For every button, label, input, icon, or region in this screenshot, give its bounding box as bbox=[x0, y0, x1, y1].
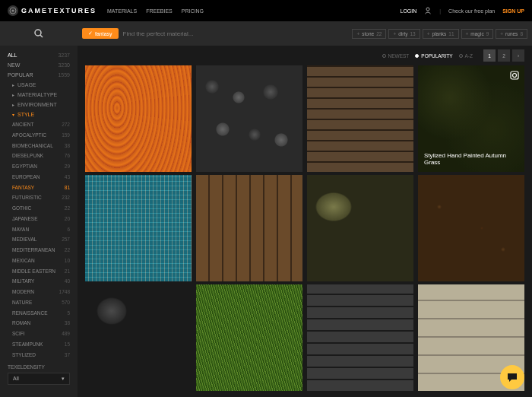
page-next[interactable]: › bbox=[512, 49, 524, 62]
style-egyptian[interactable]: EGYPTIAN29 bbox=[0, 161, 78, 172]
style-mexican[interactable]: MEXICAN10 bbox=[0, 256, 78, 266]
sidebar-new[interactable]: NEW3230 bbox=[0, 60, 78, 70]
svg-point-3 bbox=[35, 30, 41, 36]
nav-freebies[interactable]: FREEBIES bbox=[146, 8, 173, 14]
texeldensity-select[interactable]: All▾ bbox=[8, 373, 70, 385]
sidebar: ALL3237 NEW3230 POPULAR1559 ▸USAGE ▸MATE… bbox=[0, 21, 78, 397]
chevron-right-icon: ▸ bbox=[12, 82, 14, 87]
sort-az[interactable]: A-Z bbox=[459, 53, 473, 59]
texture-tile[interactable] bbox=[196, 284, 302, 391]
style-fantasy[interactable]: FANTASY81 bbox=[0, 183, 78, 193]
sidebar-search[interactable] bbox=[0, 21, 78, 46]
tile-title: Stylized Hand Painted Autumn Grass bbox=[424, 152, 518, 166]
svg-rect-5 bbox=[511, 71, 518, 79]
texture-tile[interactable] bbox=[307, 65, 413, 172]
style-medieval[interactable]: MEDIEVAL257 bbox=[0, 234, 78, 245]
chat-button[interactable] bbox=[500, 365, 524, 389]
logo-icon bbox=[8, 5, 18, 16]
content-area: ✓fantasy +stone22+dirty13+planks11+magic… bbox=[78, 21, 532, 397]
filter-tag-magic[interactable]: +magic9 bbox=[461, 29, 494, 39]
svg-point-6 bbox=[513, 74, 517, 78]
style-european[interactable]: EUROPEAN43 bbox=[0, 172, 78, 183]
style-dieselpunk[interactable]: DIESELPUNK76 bbox=[0, 151, 78, 161]
filter-tag-runes[interactable]: +runes8 bbox=[496, 29, 527, 39]
style-mediterranean[interactable]: MEDITERRANEAN22 bbox=[0, 245, 78, 256]
page-1[interactable]: 1 bbox=[483, 49, 496, 62]
texture-tile[interactable] bbox=[85, 284, 192, 391]
top-header: GAMETEXTURES MATERIALS FREEBIES PRICING … bbox=[0, 0, 532, 21]
style-biomechanical[interactable]: BIOMECHANICAL38 bbox=[0, 141, 78, 151]
user-icon[interactable] bbox=[424, 7, 432, 14]
style-renaissance[interactable]: RENAISSANCE5 bbox=[0, 308, 78, 319]
chevron-right-icon: ▸ bbox=[12, 92, 14, 97]
style-scifi[interactable]: SCIFI489 bbox=[0, 329, 78, 339]
style-modern[interactable]: MODERN1748 bbox=[0, 287, 78, 297]
page-2[interactable]: 2 bbox=[498, 49, 510, 62]
texture-grid: Stylized Hand Painted Autumn Grass bbox=[78, 65, 532, 397]
filter-tag-planks[interactable]: +planks11 bbox=[423, 29, 459, 39]
free-plan-link[interactable]: Check our free plan bbox=[448, 8, 495, 14]
chat-icon bbox=[506, 371, 518, 383]
style-military[interactable]: MILITARY40 bbox=[0, 276, 78, 287]
chevron-down-icon: ▾ bbox=[12, 112, 14, 117]
texture-tile[interactable] bbox=[196, 65, 302, 172]
texture-tile[interactable]: Stylized Hand Painted Autumn Grass bbox=[418, 65, 524, 172]
style-steampunk[interactable]: STEAMPUNK15 bbox=[0, 339, 78, 350]
texeldensity-label: TEXELDENSITY bbox=[0, 360, 78, 371]
cat-materialtype[interactable]: ▸MATERIALTYPE bbox=[0, 90, 78, 100]
sidebar-all[interactable]: ALL3237 bbox=[0, 50, 78, 60]
cat-environment[interactable]: ▸ENVIRONMENT bbox=[0, 100, 78, 110]
svg-point-2 bbox=[426, 8, 429, 11]
signup-link[interactable]: SIGN UP bbox=[502, 8, 524, 14]
search-icon bbox=[33, 28, 44, 39]
filter-tag-stone[interactable]: +stone22 bbox=[352, 29, 386, 39]
style-roman[interactable]: ROMAN38 bbox=[0, 318, 78, 329]
style-ancient[interactable]: ANCIENT272 bbox=[0, 119, 78, 130]
nav-materials[interactable]: MATERIALS bbox=[107, 8, 137, 14]
nav-pricing[interactable]: PRICING bbox=[182, 8, 204, 14]
style-futuristic[interactable]: FUTURISTIC232 bbox=[0, 192, 78, 203]
sort-bar: NEWEST POPULARITY A-Z 1 2 › bbox=[78, 46, 532, 65]
svg-line-4 bbox=[40, 35, 43, 37]
search-input[interactable] bbox=[123, 30, 348, 37]
chevron-right-icon: ▸ bbox=[12, 102, 14, 107]
texture-tile[interactable] bbox=[85, 175, 192, 281]
brand-text: GAMETEXTURES bbox=[21, 7, 97, 14]
texture-tile[interactable] bbox=[196, 175, 302, 281]
texture-tile[interactable] bbox=[85, 65, 192, 172]
check-icon: ✓ bbox=[88, 30, 93, 37]
style-middle-eastern[interactable]: MIDDLE EASTERN21 bbox=[0, 266, 78, 277]
texture-tile[interactable] bbox=[307, 175, 413, 281]
bookmark-icon[interactable] bbox=[509, 70, 520, 81]
chevron-down-icon: ▾ bbox=[62, 376, 65, 382]
style-nature[interactable]: NATURE570 bbox=[0, 297, 78, 308]
login-link[interactable]: LOGIN bbox=[400, 8, 416, 14]
texture-tile[interactable] bbox=[418, 175, 524, 281]
filter-tag-dirty[interactable]: +dirty13 bbox=[388, 29, 420, 39]
style-apocalyptic[interactable]: APOCALYPTIC159 bbox=[0, 130, 78, 141]
style-gothic[interactable]: GOTHIC22 bbox=[0, 203, 78, 214]
texture-tile[interactable] bbox=[307, 284, 413, 391]
style-japanese[interactable]: JAPANESE20 bbox=[0, 214, 78, 224]
active-filter-chip[interactable]: ✓fantasy bbox=[82, 28, 119, 39]
cat-style[interactable]: ▾STYLE bbox=[0, 110, 78, 119]
logo[interactable]: GAMETEXTURES bbox=[8, 5, 97, 16]
sort-popularity[interactable]: POPULARITY bbox=[415, 53, 452, 59]
filter-bar: ✓fantasy +stone22+dirty13+planks11+magic… bbox=[78, 21, 532, 46]
style-mayan[interactable]: MAYAN6 bbox=[0, 224, 78, 235]
sort-newest[interactable]: NEWEST bbox=[382, 53, 410, 59]
tile-hover-overlay: Stylized Hand Painted Autumn Grass bbox=[418, 65, 524, 172]
svg-point-1 bbox=[12, 10, 14, 12]
cat-usage[interactable]: ▸USAGE bbox=[0, 80, 78, 90]
sidebar-popular[interactable]: POPULAR1559 bbox=[0, 70, 78, 80]
style-stylized[interactable]: STYLIZED37 bbox=[0, 350, 78, 360]
